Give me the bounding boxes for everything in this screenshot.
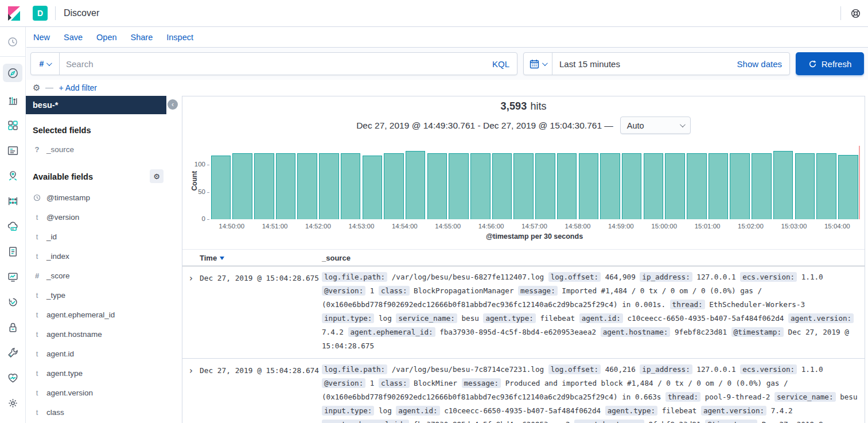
- rail-item-stack-monitoring[interactable]: [3, 370, 22, 385]
- rail-item-machine-learning[interactable]: [3, 193, 22, 208]
- histogram-bar[interactable]: [492, 153, 512, 219]
- field-item-agent.id[interactable]: tagent.id: [26, 344, 182, 363]
- hits-line: 3,593hits: [182, 100, 865, 112]
- field-item-agent.version[interactable]: tagent.version: [26, 383, 182, 402]
- histogram-bar[interactable]: [513, 153, 534, 219]
- available-fields-title: Available fields: [33, 172, 93, 181]
- saved-query-menu-button[interactable]: #: [31, 53, 60, 75]
- kibana-logo[interactable]: [0, 0, 27, 26]
- time-range-value[interactable]: Last 15 minutes: [552, 59, 737, 69]
- y-axis-tick: [207, 192, 209, 193]
- field-item-agent.ephemeral_id[interactable]: tagent.ephemeral_id: [26, 305, 182, 324]
- histogram-bar[interactable]: [622, 153, 642, 219]
- histogram-bar[interactable]: [363, 156, 383, 219]
- histogram-bar[interactable]: [600, 153, 620, 219]
- field-item-agent.type[interactable]: tagent.type: [26, 363, 182, 383]
- rail-item-discover[interactable]: [3, 64, 22, 82]
- rail-item-dashboard[interactable]: [3, 118, 22, 133]
- row-time: Dec 27, 2019 @ 15:04:28.674: [200, 363, 322, 423]
- histogram-bar[interactable]: [297, 153, 317, 219]
- field-item-_id[interactable]: t_id: [26, 227, 182, 246]
- nav-link-open[interactable]: Open: [96, 33, 116, 42]
- interval-select[interactable]: Auto: [620, 117, 691, 134]
- histogram-bar[interactable]: [644, 153, 664, 219]
- add-filter-button[interactable]: + Add filter: [59, 83, 97, 92]
- histogram-bar[interactable]: [254, 153, 274, 219]
- rail-item-logs[interactable]: [3, 244, 22, 259]
- x-axis-tick-label: 14:50:00: [219, 223, 244, 230]
- histogram-bar[interactable]: [341, 153, 361, 219]
- histogram-bar[interactable]: [795, 153, 815, 219]
- date-picker: Last 15 minutes Show dates: [523, 52, 790, 75]
- x-axis-tick-label: 14:57:00: [521, 223, 547, 230]
- collapse-sidebar-button[interactable]: ‹: [168, 99, 178, 110]
- histogram-bar[interactable]: [730, 153, 750, 219]
- histogram-bar[interactable]: [232, 153, 252, 219]
- maps-icon: [7, 170, 19, 182]
- histogram-bar[interactable]: [406, 151, 426, 219]
- field-item-@timestamp[interactable]: @timestamp: [26, 188, 182, 207]
- histogram-bar[interactable]: [276, 153, 296, 219]
- filter-options-gear-icon[interactable]: ⚙: [33, 83, 40, 93]
- filter-bar: ⚙ + Add filter: [26, 80, 868, 96]
- rail-item-uptime[interactable]: [3, 294, 22, 309]
- refresh-button[interactable]: Refresh: [796, 52, 864, 75]
- rail-item-maps[interactable]: [3, 168, 22, 183]
- histogram-bar[interactable]: [427, 153, 447, 219]
- index-pattern-selector[interactable]: besu-*: [26, 96, 166, 114]
- field-item-_source[interactable]: ?_source: [26, 139, 182, 159]
- field-key-badge: service_name:: [396, 313, 457, 323]
- recently-viewed-button[interactable]: [0, 27, 26, 57]
- rail-item-canvas[interactable]: [3, 143, 22, 158]
- histogram-bar[interactable]: [752, 153, 772, 219]
- histogram-bar[interactable]: [470, 153, 491, 219]
- rail-item-apm[interactable]: [3, 219, 22, 234]
- nav-link-new[interactable]: New: [33, 33, 50, 42]
- field-item-class[interactable]: tclass: [26, 402, 182, 422]
- rail-item-siem[interactable]: [3, 320, 22, 335]
- field-item-agent.hostname[interactable]: tagent.hostname: [26, 324, 182, 344]
- histogram-bar[interactable]: [535, 153, 555, 219]
- filter-symbol: #: [40, 59, 44, 68]
- histogram-bar[interactable]: [319, 153, 339, 219]
- column-header-time[interactable]: Time: [200, 254, 322, 262]
- show-dates-button[interactable]: Show dates: [737, 59, 789, 69]
- field-item-_type[interactable]: t_type: [26, 285, 182, 305]
- expand-row-icon[interactable]: ›: [189, 274, 193, 283]
- field-item-_index[interactable]: t_index: [26, 246, 182, 266]
- histogram-bar[interactable]: [579, 153, 599, 219]
- histogram-bar[interactable]: [687, 153, 707, 219]
- rail-item-metrics[interactable]: [3, 269, 22, 284]
- current-time-marker: [859, 146, 861, 219]
- histogram-bar[interactable]: [665, 153, 685, 219]
- rail-item-visualize[interactable]: [3, 92, 22, 107]
- nav-link-save[interactable]: Save: [64, 33, 83, 42]
- rail-item-management[interactable]: [3, 395, 22, 410]
- document-row: ›Dec 27, 2019 @ 15:04:28.674log.file.pat…: [182, 359, 865, 423]
- help-button[interactable]: [850, 8, 861, 19]
- kql-toggle[interactable]: KQL: [492, 59, 517, 69]
- histogram-bar[interactable]: [816, 153, 836, 219]
- siem-icon: [7, 321, 19, 333]
- field-settings-gear-icon[interactable]: ⚙: [150, 169, 164, 183]
- histogram-bar[interactable]: [211, 156, 231, 219]
- field-key-badge: log.file.path:: [322, 364, 387, 374]
- histogram-bar[interactable]: [384, 153, 404, 219]
- field-item-_score[interactable]: #_score: [26, 266, 182, 285]
- field-key-badge: class:: [379, 286, 410, 296]
- field-key-badge: @version:: [322, 378, 365, 388]
- nav-link-share[interactable]: Share: [131, 33, 153, 42]
- date-quick-select-button[interactable]: [524, 53, 552, 75]
- histogram-bar[interactable]: [557, 153, 577, 219]
- refresh-icon: [808, 60, 817, 68]
- histogram-bar[interactable]: [449, 153, 469, 219]
- expand-row-icon[interactable]: ›: [189, 367, 193, 375]
- rail-item-dev-tools[interactable]: [3, 345, 22, 360]
- management-icon: [7, 397, 19, 409]
- field-item-@version[interactable]: t@version: [26, 207, 182, 227]
- search-input[interactable]: [60, 59, 492, 69]
- histogram-bar[interactable]: [838, 155, 858, 219]
- histogram-bar[interactable]: [773, 151, 793, 219]
- nav-link-inspect[interactable]: Inspect: [166, 33, 193, 42]
- histogram-bar[interactable]: [709, 153, 729, 219]
